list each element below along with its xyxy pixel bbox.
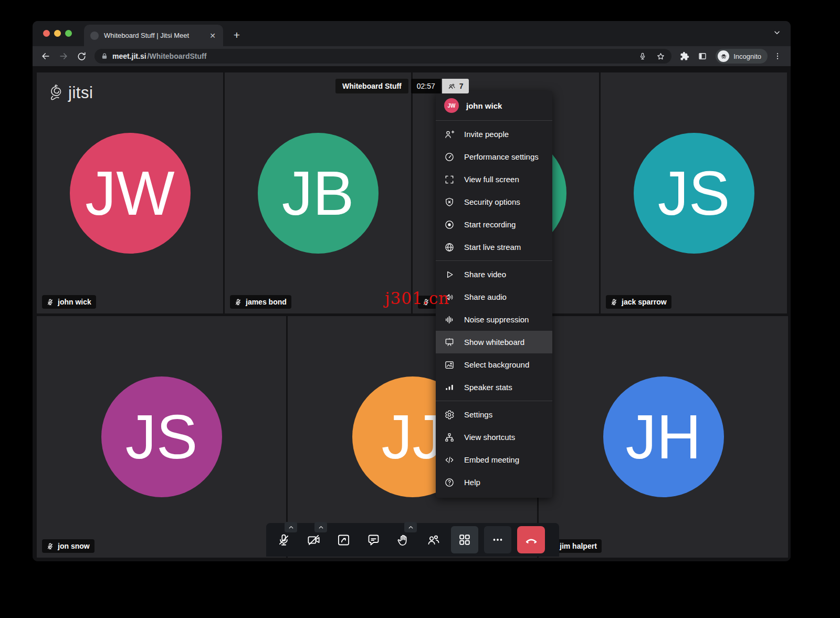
watermark-text: j301.cn <box>385 289 449 308</box>
participant-tile[interactable]: JH jim halpert <box>539 316 788 558</box>
speaker-stats-icon <box>444 382 455 393</box>
menu-item-share-audio[interactable]: Share audio <box>436 286 552 308</box>
extensions-puzzle-icon[interactable] <box>677 48 692 64</box>
tile-view-button[interactable] <box>451 526 478 553</box>
meeting-subject[interactable]: Whiteboard Stuff <box>335 79 408 93</box>
lock-icon <box>101 53 108 60</box>
invite-people-icon <box>444 129 455 140</box>
fullscreen-icon <box>444 174 455 185</box>
participant-name-label: jack sparrow <box>606 295 671 309</box>
microphone-button[interactable] <box>271 528 296 552</box>
menu-user-name: john wick <box>466 101 502 110</box>
menu-item-invite-people[interactable]: Invite people <box>436 123 552 145</box>
menu-item-settings[interactable]: Settings <box>436 403 552 426</box>
camera-options-chevron[interactable] <box>314 522 327 532</box>
menu-item-noise-suppression[interactable]: Noise suppression <box>436 308 552 331</box>
avatar: JS <box>634 133 754 254</box>
incognito-label: Incognito <box>733 53 761 60</box>
browser-toolbar: meet.jit.si/WhiteboardStuff Incognito <box>33 46 791 66</box>
record-icon <box>444 219 455 230</box>
participant-tile[interactable]: JB james bond <box>225 72 411 313</box>
menu-item-speaker-stats[interactable]: Speaker stats <box>436 376 552 399</box>
minimize-window-button[interactable] <box>54 30 61 37</box>
voice-search-icon[interactable] <box>638 52 647 60</box>
reload-button[interactable] <box>74 48 89 64</box>
toolbox <box>266 523 559 557</box>
menu-user-header: JW john wick <box>436 91 552 121</box>
tile-view-icon <box>457 532 472 547</box>
background-icon <box>444 360 455 370</box>
mic-muted-icon <box>277 533 291 547</box>
side-panel-icon[interactable] <box>695 48 710 64</box>
menu-item-security-options[interactable]: Security options <box>436 191 552 213</box>
browser-menu-kebab-icon[interactable] <box>770 48 785 64</box>
maximize-window-button[interactable] <box>65 30 72 37</box>
participant-count-badge[interactable]: 7 <box>442 79 469 93</box>
participant-tile[interactable]: JS jon snow <box>37 316 286 558</box>
mic-muted-icon <box>234 298 242 306</box>
menu-item-show-whiteboard[interactable]: Show whiteboard <box>436 331 552 353</box>
menu-item-view-shortcuts[interactable]: View shortcuts <box>436 426 552 448</box>
menu-item-performance-settings[interactable]: Performance settings <box>436 145 552 168</box>
menu-section: Share video Share audio Noise suppressio… <box>436 260 552 401</box>
menu-item-start-recording[interactable]: Start recording <box>436 213 552 236</box>
conference-info-bar: Whiteboard Stuff 02:57 7 <box>335 79 469 93</box>
tab-title: Whiteboard Stuff | Jitsi Meet <box>104 32 203 39</box>
menu-item-embed-meeting[interactable]: Embed meeting <box>436 448 552 471</box>
chat-button[interactable] <box>361 528 385 552</box>
menu-item-help[interactable]: Help <box>436 471 552 494</box>
incognito-badge: Incognito <box>716 49 768 64</box>
camera-button[interactable] <box>301 528 326 552</box>
bookmark-star-icon[interactable] <box>656 52 665 61</box>
avatar: JW <box>70 133 191 254</box>
participant-tile[interactable]: JS jack sparrow <box>601 72 787 313</box>
close-window-button[interactable] <box>43 30 50 37</box>
address-bar[interactable]: meet.jit.si/WhiteboardStuff <box>94 49 671 64</box>
raise-hand-options-chevron[interactable] <box>404 522 417 532</box>
whiteboard-icon <box>444 337 455 348</box>
overflow-menu: JW john wick Invite people Performance s… <box>436 91 552 498</box>
share-screen-icon <box>337 533 351 547</box>
participant-tile[interactable]: JW john wick <box>37 72 223 313</box>
back-button[interactable] <box>38 48 54 64</box>
help-icon <box>444 477 455 488</box>
menu-item-select-background[interactable]: Select background <box>436 353 552 376</box>
performance-icon <box>444 152 455 162</box>
mic-muted-icon <box>46 298 54 306</box>
tab-search-chevron-icon[interactable] <box>773 28 781 37</box>
share-screen-button[interactable] <box>331 528 355 552</box>
tab-strip: Whiteboard Stuff | Jitsi Meet ✕ + <box>33 21 791 46</box>
participant-name-label: james bond <box>230 295 291 309</box>
jitsi-logo-icon <box>48 83 66 103</box>
share-video-icon <box>444 269 455 280</box>
mic-muted-icon <box>610 298 618 306</box>
meeting-canvas: JW john wick JB james bond JS <box>33 66 791 561</box>
participants-count-icon <box>447 82 456 90</box>
browser-tab[interactable]: Whiteboard Stuff | Jitsi Meet ✕ <box>84 25 223 46</box>
hangup-button[interactable] <box>517 526 545 553</box>
new-tab-button[interactable]: + <box>229 28 244 43</box>
more-actions-button[interactable] <box>484 526 511 553</box>
chat-icon <box>366 533 381 547</box>
raise-hand-button[interactable] <box>391 528 415 552</box>
jitsi-logo[interactable]: jitsi <box>48 83 93 103</box>
embed-code-icon <box>444 455 455 465</box>
microphone-options-chevron[interactable] <box>285 522 297 532</box>
menu-section: Invite people Performance settings View … <box>436 121 552 260</box>
raise-hand-icon <box>396 533 411 547</box>
menu-item-share-video[interactable]: Share video <box>436 263 552 286</box>
incognito-icon <box>718 50 729 62</box>
participant-name-label: jon snow <box>42 539 94 553</box>
url-host: meet.jit.si <box>112 52 146 60</box>
participants-button[interactable] <box>421 528 445 552</box>
hangup-icon <box>523 532 539 548</box>
menu-item-start-live-stream[interactable]: Start live stream <box>436 236 552 258</box>
tab-close-icon[interactable]: ✕ <box>208 32 217 40</box>
menu-user-avatar: JW <box>444 98 459 113</box>
participants-icon <box>426 533 440 547</box>
browser-window: Whiteboard Stuff | Jitsi Meet ✕ + meet.j… <box>33 21 791 561</box>
noise-suppression-icon <box>444 315 455 325</box>
menu-item-view-full-screen[interactable]: View full screen <box>436 168 552 191</box>
shortcuts-icon <box>444 432 455 443</box>
forward-button[interactable] <box>56 48 71 64</box>
